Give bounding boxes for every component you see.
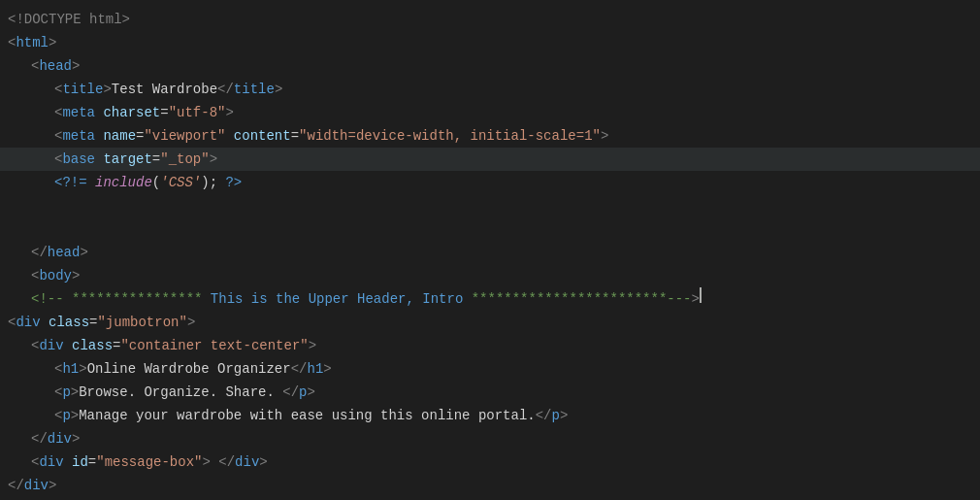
code-line-8: <?!= include('CSS'); ?> — [0, 171, 980, 194]
code-token: </ — [31, 241, 48, 264]
code-token: < — [31, 264, 39, 287]
code-token: < — [8, 31, 16, 54]
code-line-17: <p>Browse. Organize. Share. </p> — [0, 381, 980, 404]
code-token: "message-box" — [96, 450, 202, 474]
code-token: base — [62, 148, 95, 171]
code-editor[interactable]: <!DOCTYPE html><html><head><title>Test W… — [0, 0, 980, 500]
code-token: > — [259, 450, 267, 474]
code-token: </ — [291, 357, 308, 381]
code-token: > — [71, 404, 79, 427]
code-token: = — [136, 124, 144, 148]
code-token: > — [72, 54, 80, 78]
code-token: h1 — [307, 357, 323, 381]
code-token: </ — [282, 381, 299, 404]
code-token: = — [160, 101, 168, 124]
code-token: ); — [201, 171, 225, 194]
code-line-4: <title>Test Wardrobe</title> — [0, 78, 980, 101]
code-line-19: </div> — [0, 427, 980, 450]
code-token: p — [552, 404, 560, 427]
code-token: < — [8, 311, 16, 334]
code-token — [64, 450, 72, 474]
code-token: = — [152, 148, 160, 171]
code-token — [87, 171, 95, 194]
code-token: id — [72, 450, 88, 474]
code-token: title — [62, 78, 103, 101]
code-token: < — [31, 54, 39, 78]
code-token: > — [560, 404, 568, 427]
code-token: > — [601, 124, 608, 148]
code-token — [41, 311, 49, 334]
code-token: > — [275, 78, 282, 101]
code-token: ************************--- — [472, 287, 692, 311]
code-token: > — [49, 474, 56, 497]
code-line-12: <body> — [0, 264, 980, 287]
code-line-10 — [0, 217, 980, 241]
code-token: Test Wardrobe — [112, 78, 217, 101]
code-token: div — [48, 427, 72, 450]
code-token: </ — [8, 474, 24, 497]
code-token — [64, 334, 72, 357]
code-token: content — [234, 124, 291, 148]
code-token — [95, 124, 103, 148]
code-token: > — [323, 357, 331, 381]
code-token: Online Wardrobe Organizer — [87, 357, 291, 381]
code-token: p — [62, 381, 70, 404]
code-line-11: </head> — [0, 241, 980, 264]
code-token: p — [299, 381, 307, 404]
code-token: include — [95, 171, 152, 194]
code-token: "_top" — [160, 148, 209, 171]
code-token: < — [54, 78, 62, 101]
code-token: html — [16, 31, 49, 54]
code-token: Manage your wardrobe with ease using thi… — [79, 404, 535, 427]
text-cursor — [700, 287, 702, 303]
code-token: "jumbotron" — [97, 311, 186, 334]
code-token: class — [49, 311, 89, 334]
code-token: "utf-8" — [169, 101, 226, 124]
code-line-6: <meta name="viewport" content="width=dev… — [0, 124, 980, 148]
code-line-3: <head> — [0, 54, 980, 78]
code-token: ( — [152, 171, 160, 194]
code-token: > — [307, 381, 314, 404]
code-token: div — [39, 334, 63, 357]
code-token: < — [54, 357, 62, 381]
code-token: p — [62, 404, 70, 427]
code-token: charset — [103, 101, 160, 124]
code-token: <!-- — [31, 287, 72, 311]
code-token: < — [54, 381, 62, 404]
code-token — [95, 148, 103, 171]
code-line-14: <div class="jumbotron"> — [0, 311, 980, 334]
code-token: > </ — [202, 450, 235, 474]
code-token — [95, 101, 103, 124]
code-token: > — [72, 427, 80, 450]
code-token: > — [72, 264, 80, 287]
code-token: "container text-center" — [120, 334, 308, 357]
code-line-9 — [0, 194, 980, 217]
code-token: div — [16, 311, 40, 334]
code-token: <!DOCTYPE html> — [8, 8, 130, 31]
code-token: meta — [62, 124, 95, 148]
code-token: "width=device-width, initial-scale=1" — [299, 124, 601, 148]
code-line-1: <!DOCTYPE html> — [0, 8, 980, 31]
code-token: body — [39, 264, 72, 287]
code-token: < — [54, 101, 62, 124]
code-token: < — [54, 148, 62, 171]
code-token: h1 — [62, 357, 79, 381]
code-token: = — [88, 450, 96, 474]
code-token: > — [187, 311, 195, 334]
code-token: target — [103, 148, 151, 171]
code-token: = — [89, 311, 97, 334]
code-token: </ — [31, 427, 48, 450]
code-line-5: <meta charset="utf-8"> — [0, 101, 980, 124]
code-token: Browse. Organize. Share. — [79, 381, 282, 404]
code-token: > — [79, 357, 86, 381]
code-line-21: </div> — [0, 474, 980, 497]
code-token: > — [49, 31, 56, 54]
code-token: > — [210, 148, 217, 171]
code-token: <?!= — [54, 171, 87, 194]
code-token: class — [72, 334, 113, 357]
code-token: < — [54, 404, 62, 427]
code-token: > — [692, 287, 700, 311]
code-token: This is the Upper Header, Intro — [211, 287, 472, 311]
code-token: > — [309, 334, 316, 357]
code-token: < — [31, 334, 39, 357]
